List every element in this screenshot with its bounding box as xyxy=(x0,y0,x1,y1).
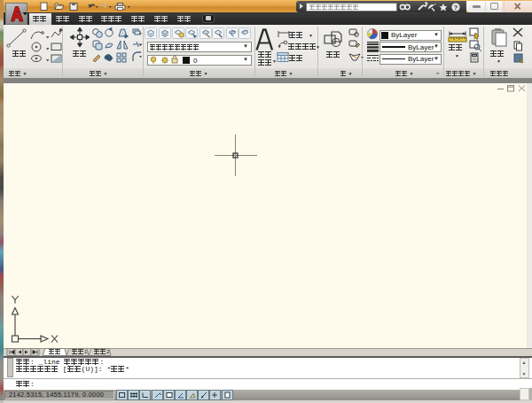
svg-text:?: ? xyxy=(454,4,458,12)
svg-text:0: 0 xyxy=(193,57,198,65)
